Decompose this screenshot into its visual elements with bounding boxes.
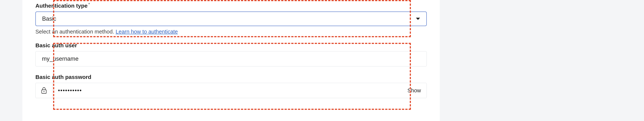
lock-icon [40,86,48,94]
svg-point-1 [44,91,44,92]
auth-type-label: Authentication type* [36,2,427,9]
basic-password-row: Show [36,83,427,98]
lock-icon-box [36,83,52,98]
basic-password-input[interactable] [52,83,402,98]
learn-auth-link[interactable]: Learn how to authenticate [116,29,178,34]
auth-type-helper: Select an authentication method. Learn h… [36,29,427,35]
basic-password-field: Basic auth password Show [36,74,427,98]
auth-type-value: Basic [42,16,416,22]
auth-type-select[interactable]: Basic [36,12,427,26]
basic-user-field: Basic auth user [36,42,427,66]
chevron-down-icon [416,18,420,20]
auth-type-field: Authentication type* Basic Select an aut… [36,2,427,35]
auth-type-label-text: Authentication type [36,2,88,9]
basic-user-label: Basic auth user [36,42,427,48]
auth-type-helper-text: Select an authentication method. [36,29,116,34]
required-indicator: * [88,2,90,6]
basic-user-input[interactable] [36,51,427,66]
basic-password-label: Basic auth password [36,74,427,80]
show-password-button[interactable]: Show [402,83,426,98]
